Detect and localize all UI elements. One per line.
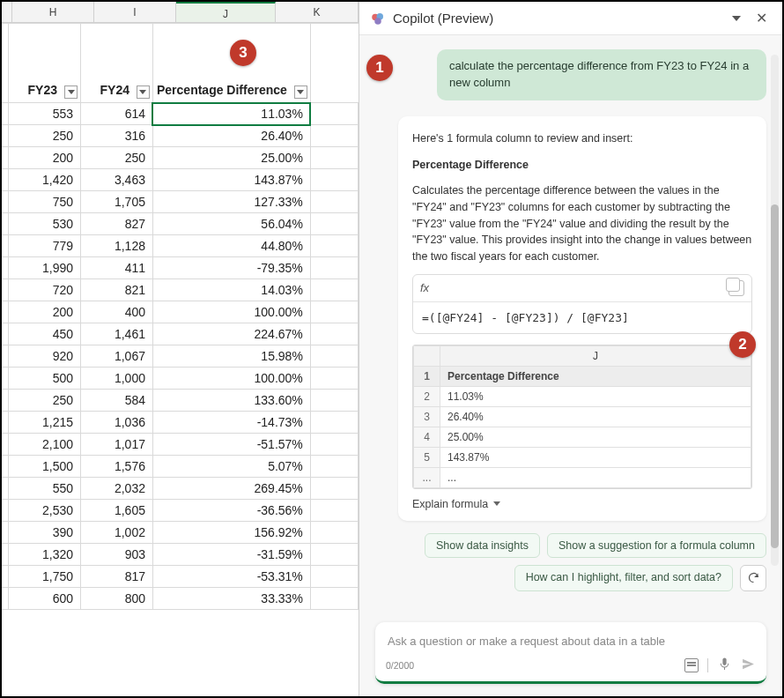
cell[interactable] xyxy=(310,588,358,610)
cell[interactable]: 1,420 xyxy=(9,169,81,191)
cell[interactable]: 600 xyxy=(9,588,81,610)
copilot-scrollbar-thumb[interactable] xyxy=(771,204,779,548)
cell[interactable]: -53.31% xyxy=(152,566,310,588)
cell[interactable] xyxy=(310,147,358,169)
cell[interactable]: 1,002 xyxy=(81,522,153,544)
cell[interactable]: 530 xyxy=(9,213,81,235)
cell[interactable]: 1,128 xyxy=(81,235,153,257)
cell[interactable] xyxy=(310,390,358,412)
cell[interactable]: 250 xyxy=(81,147,153,169)
chip-show-formula-suggestion[interactable]: Show a suggestion for a formula column xyxy=(547,533,766,558)
cell[interactable]: 2,100 xyxy=(9,434,81,456)
cell[interactable] xyxy=(310,566,358,588)
cell[interactable] xyxy=(310,522,358,544)
cell[interactable] xyxy=(310,345,358,368)
formula-text[interactable]: =([@FY24] - [@FY23]) / [@FY23] xyxy=(413,302,751,333)
copy-formula-button[interactable] xyxy=(729,280,744,296)
cell[interactable]: 390 xyxy=(9,522,81,544)
cell[interactable]: -79.35% xyxy=(152,257,310,279)
cell[interactable]: 15.98% xyxy=(152,345,310,368)
cell[interactable]: 553 xyxy=(9,103,81,125)
cell[interactable] xyxy=(310,368,358,390)
cell[interactable]: 800 xyxy=(81,588,153,610)
cell[interactable]: 5.07% xyxy=(152,456,310,478)
cell[interactable]: 1,990 xyxy=(9,257,81,279)
cell[interactable]: 1,017 xyxy=(81,434,153,456)
filter-button-pd[interactable] xyxy=(294,85,307,99)
cell[interactable]: -14.73% xyxy=(152,412,310,434)
cell[interactable]: 614 xyxy=(81,103,153,125)
cell[interactable]: 1,605 xyxy=(81,500,153,522)
cell[interactable] xyxy=(310,478,358,500)
sheet-body[interactable]: FY23 FY24 Percentage Difference 55361411… xyxy=(2,23,359,696)
column-letter-J[interactable]: J xyxy=(176,2,276,22)
cell[interactable]: -31.59% xyxy=(152,544,310,566)
cell[interactable]: 1,705 xyxy=(81,191,153,213)
header-fy23[interactable]: FY23 xyxy=(9,24,81,103)
cell[interactable]: 316 xyxy=(81,125,153,147)
cell[interactable] xyxy=(310,125,358,147)
header-fy24[interactable]: FY24 xyxy=(81,24,153,103)
cell[interactable]: 584 xyxy=(81,390,153,412)
cell[interactable] xyxy=(310,191,358,213)
refresh-suggestions-button[interactable] xyxy=(740,565,766,591)
cell[interactable] xyxy=(310,544,358,566)
cell[interactable]: 127.33% xyxy=(152,191,310,213)
cell[interactable] xyxy=(310,235,358,257)
copilot-prompt-input[interactable] xyxy=(386,631,756,657)
cell[interactable]: 133.60% xyxy=(152,390,310,412)
cell[interactable]: 1,320 xyxy=(9,544,81,566)
data-context-button[interactable] xyxy=(684,658,699,672)
cell[interactable] xyxy=(310,169,358,191)
cell[interactable]: 817 xyxy=(81,566,153,588)
cell[interactable]: 33.33% xyxy=(152,588,310,610)
cell[interactable] xyxy=(310,257,358,279)
cell[interactable]: -36.56% xyxy=(152,500,310,522)
cell[interactable]: 400 xyxy=(81,301,153,323)
cell[interactable]: 200 xyxy=(9,147,81,169)
column-letter-K[interactable]: K xyxy=(276,2,359,22)
cell[interactable] xyxy=(310,500,358,522)
cell[interactable]: 1,000 xyxy=(81,368,153,390)
cell[interactable]: 411 xyxy=(81,257,153,279)
cell[interactable]: -51.57% xyxy=(152,434,310,456)
cell[interactable]: 250 xyxy=(9,125,81,147)
cell[interactable] xyxy=(310,434,358,456)
cell[interactable]: 2,032 xyxy=(81,478,153,500)
cell[interactable] xyxy=(310,412,358,434)
cell[interactable]: 100.00% xyxy=(152,301,310,323)
cell[interactable]: 750 xyxy=(9,191,81,213)
microphone-button[interactable] xyxy=(717,657,732,674)
send-button[interactable] xyxy=(741,657,756,674)
cell[interactable]: 224.67% xyxy=(152,323,310,345)
copilot-scrollbar[interactable] xyxy=(771,55,779,566)
chip-show-data-insights[interactable]: Show data insights xyxy=(425,533,540,558)
cell[interactable]: 827 xyxy=(81,213,153,235)
cell[interactable] xyxy=(310,213,358,235)
cell[interactable] xyxy=(310,301,358,323)
chip-highlight-filter-sort[interactable]: How can I highlight, filter, and sort da… xyxy=(514,565,733,591)
cell[interactable]: 3,463 xyxy=(81,169,153,191)
collapse-button[interactable] xyxy=(726,8,747,29)
cell[interactable] xyxy=(310,456,358,478)
cell[interactable]: 1,067 xyxy=(81,345,153,368)
cell[interactable]: 200 xyxy=(9,301,81,323)
cell[interactable]: 2,530 xyxy=(9,500,81,522)
cell[interactable]: 11.03% xyxy=(152,103,310,125)
filter-button-fy24[interactable] xyxy=(137,85,150,99)
cell[interactable]: 450 xyxy=(9,323,81,345)
cell[interactable] xyxy=(310,103,358,125)
cell[interactable]: 143.87% xyxy=(152,169,310,191)
cell[interactable]: 903 xyxy=(81,544,153,566)
cell[interactable]: 500 xyxy=(9,368,81,390)
cell[interactable]: 14.03% xyxy=(152,279,310,301)
cell[interactable]: 1,461 xyxy=(81,323,153,345)
cell[interactable]: 44.80% xyxy=(152,235,310,257)
explain-formula-button[interactable]: Explain formula xyxy=(412,498,752,510)
cell[interactable] xyxy=(310,323,358,345)
close-button[interactable]: ✕ xyxy=(751,8,772,29)
cell[interactable]: 920 xyxy=(9,345,81,368)
column-letter-H[interactable]: H xyxy=(12,2,94,22)
cell[interactable]: 100.00% xyxy=(152,368,310,390)
cell[interactable]: 250 xyxy=(9,390,81,412)
